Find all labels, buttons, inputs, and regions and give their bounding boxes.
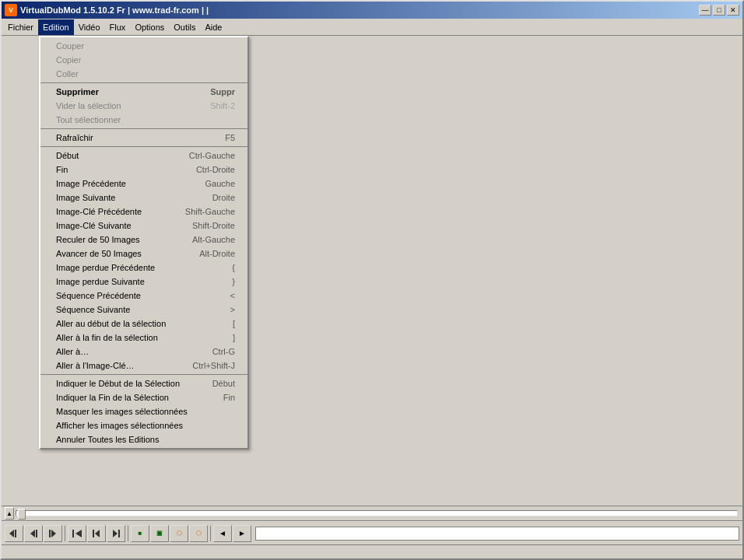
menu-image-cle-suivante[interactable]: Image-Clé Suivante Shift-Droite (40, 219, 247, 233)
frame-counter[interactable] (255, 527, 739, 541)
menu-fichier[interactable]: Fichier (3, 19, 38, 35)
svg-marker-2 (30, 530, 35, 537)
svg-marker-8 (95, 530, 100, 537)
btn-next-frame[interactable] (107, 525, 125, 542)
menu-rafraichir[interactable]: Rafraîchir F5 (40, 131, 247, 145)
menu-masquer-images[interactable]: Masquer les images sélectionnées (40, 404, 247, 418)
toolbar-sep-3 (210, 526, 211, 541)
menu-image-precedente[interactable]: Image Précédente Gauche (40, 177, 247, 191)
btn-mark-out[interactable]: ► (233, 525, 251, 542)
close-button[interactable]: ✕ (727, 5, 739, 16)
menu-outils[interactable]: Outils (169, 19, 200, 35)
menu-copier[interactable]: Copier (40, 53, 247, 67)
btn-film2[interactable]: ▣ (150, 525, 169, 542)
menu-edition[interactable]: Edition (38, 19, 74, 35)
timeline-thumb[interactable] (18, 509, 26, 520)
menu-couper[interactable]: Couper (40, 39, 247, 53)
menu-afficher-images[interactable]: Afficher les images sélectionnées (40, 418, 247, 432)
btn-key1[interactable]: ⬡ (170, 525, 188, 542)
title-bar-left: V VirtualDubMod 1.5.10.2 Fr | www.trad-f… (5, 4, 209, 16)
timeline-track[interactable] (16, 510, 738, 516)
toolbar-sep-2 (128, 526, 128, 541)
menu-image-cle-precedente[interactable]: Image-Clé Précédente Shift-Gauche (40, 205, 247, 219)
menu-tout-selectionner[interactable]: Tout sélectionner (40, 113, 247, 127)
svg-marker-0 (9, 530, 14, 537)
edition-dropdown: Couper Copier Coller Supprimer Suppr (39, 36, 249, 450)
menu-coller[interactable]: Coller (40, 67, 247, 81)
menu-debut[interactable]: Début Ctrl-Gauche (40, 149, 247, 163)
navigation-section: Début Ctrl-Gauche Fin Ctrl-Droite Image … (40, 147, 247, 375)
menu-reculer-50[interactable]: Reculer de 50 Images Alt-Gauche (40, 233, 247, 247)
btn-key2[interactable]: ⬡ (189, 525, 208, 542)
menu-fin[interactable]: Fin Ctrl-Droite (40, 163, 247, 177)
menu-avancer-50[interactable]: Avancer de 50 Images Alt-Droite (40, 247, 247, 261)
menu-sequence-precedente[interactable]: Séquence Précédente < (40, 289, 247, 303)
menu-aller-a[interactable]: Aller à… Ctrl-G (40, 345, 247, 359)
menu-image-perdue-suivante[interactable]: Image perdue Suivante } (40, 275, 247, 289)
clipboard-section: Couper Copier Coller (40, 37, 247, 83)
svg-marker-7 (75, 530, 82, 537)
btn-step-fwd[interactable] (44, 525, 62, 542)
svg-rect-1 (15, 530, 16, 537)
menu-annuler-editions[interactable]: Annuler Toutes les Editions (40, 432, 247, 446)
menu-aller-debut-selection[interactable]: Aller au début de la sélection [ (40, 317, 247, 331)
svg-marker-4 (51, 530, 56, 537)
menu-supprimer[interactable]: Supprimer Suppr (40, 85, 247, 99)
menu-video[interactable]: Vidéo (74, 19, 105, 35)
title-controls: — □ ✕ (699, 5, 739, 16)
svg-rect-11 (118, 530, 120, 537)
title-bar: V VirtualDubMod 1.5.10.2 Fr | www.trad-f… (2, 2, 742, 19)
selection-actions-section: Supprimer Suppr Vider la sélection Shift… (40, 83, 247, 129)
svg-rect-6 (72, 530, 74, 537)
maximize-button[interactable]: □ (713, 5, 725, 16)
menu-image-perdue-precedente[interactable]: Image perdue Précédente { (40, 261, 247, 275)
btn-step-back[interactable] (24, 525, 43, 542)
btn-prev-key[interactable] (68, 525, 86, 542)
refresh-section: Rafraîchir F5 (40, 129, 247, 147)
svg-rect-5 (49, 530, 51, 537)
menu-aller-image-cle[interactable]: Aller à l'Image-Clé… Ctrl+Shift-J (40, 359, 247, 373)
selection-marks-section: Indiquer le Début de la Sélection Début … (40, 375, 247, 448)
menu-flux[interactable]: Flux (105, 19, 131, 35)
toolbar-sep-1 (65, 526, 65, 541)
svg-rect-3 (36, 530, 37, 537)
main-window: V VirtualDubMod 1.5.10.2 Fr | www.trad-f… (0, 0, 744, 560)
svg-marker-10 (113, 530, 118, 537)
menu-image-suivante[interactable]: Image Suivante Droite (40, 191, 247, 205)
minimize-button[interactable]: — (699, 5, 711, 16)
btn-prev-frame[interactable] (87, 525, 106, 542)
menu-aide[interactable]: Aide (200, 19, 226, 35)
menu-indiquer-fin[interactable]: Indiquer la Fin de la Sélection Fin (40, 390, 247, 404)
timeline-start-marker[interactable]: ▲ (5, 507, 14, 520)
menu-vider-selection[interactable]: Vider la sélection Shift-2 (40, 99, 247, 113)
menu-aller-fin-selection[interactable]: Aller à la fin de la sélection ] (40, 331, 247, 345)
app-icon: V (5, 4, 17, 16)
btn-mark-in[interactable]: ◄ (213, 525, 232, 542)
bottom-area: ▲ (2, 506, 742, 558)
svg-rect-9 (93, 530, 94, 537)
btn-go-start[interactable] (5, 525, 23, 542)
timeline-bar[interactable]: ▲ (2, 506, 742, 521)
btn-film1[interactable]: ■ (131, 525, 149, 542)
menu-options[interactable]: Options (130, 19, 169, 35)
status-bar (2, 544, 742, 558)
menu-indiquer-debut[interactable]: Indiquer le Début de la Sélection Début (40, 376, 247, 390)
toolbar: ■ ▣ ⬡ ⬡ ◄ ► (2, 521, 742, 544)
menu-sequence-suivante[interactable]: Séquence Suivante > (40, 303, 247, 317)
window-title: VirtualDubMod 1.5.10.2 Fr | www.trad-fr.… (20, 5, 209, 15)
menu-bar: Fichier Edition Vidéo Flux Options Outil… (2, 19, 742, 36)
